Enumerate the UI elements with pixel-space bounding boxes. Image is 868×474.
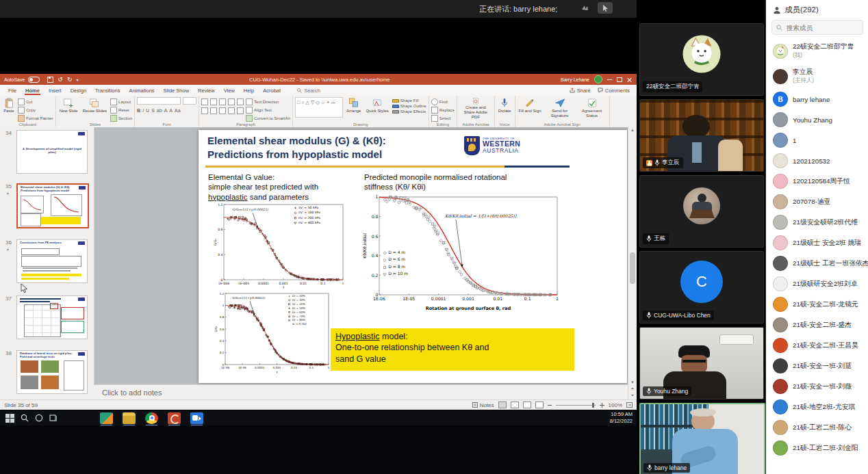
start-button[interactable] — [5, 414, 14, 423]
zoom-out-button[interactable] — [548, 405, 552, 406]
tab-transitions[interactable]: Transitions — [91, 86, 124, 94]
editing-scrollbar[interactable]: ▲ ▼ ⏶ ⏷ — [628, 127, 637, 399]
taskbar-clock[interactable]: 10:59 AM 8/12/2022 — [610, 411, 637, 425]
justify-icon[interactable] — [228, 107, 235, 114]
member-row-8[interactable]: 207078-迪亚 — [766, 192, 868, 212]
undo-icon[interactable]: ↺ — [58, 77, 63, 82]
replace-button[interactable]: Replace — [431, 107, 455, 114]
reuse-slides-button[interactable]: Reuse Slides — [81, 97, 108, 120]
agreement-status-button[interactable]: Agreement Status — [577, 97, 607, 120]
align-left-icon[interactable] — [201, 107, 208, 114]
select-button[interactable]: Select — [431, 115, 455, 122]
member-row-9[interactable]: 21级安全硕研2班代维 — [766, 212, 868, 233]
member-row-13[interactable]: 21硕-安全二班-龙镜元 — [766, 294, 868, 315]
shape-glyph-5[interactable]: ☆ — [321, 98, 325, 116]
redo-icon[interactable]: ↻ — [67, 77, 73, 82]
member-row-1[interactable]: 22硕安全二班邵宁胄(我) — [766, 38, 868, 64]
arrange-button[interactable]: Arrange — [345, 97, 362, 120]
numbering-icon[interactable] — [210, 98, 217, 105]
video-tile-5[interactable]: Youhu Zhang — [639, 327, 764, 399]
font-glyph-button-5[interactable]: A — [164, 108, 168, 113]
font-glyph-button-2[interactable]: U — [146, 108, 149, 113]
taskbar-search-icon[interactable] — [21, 414, 29, 422]
save-icon[interactable] — [47, 77, 53, 83]
reset-button[interactable]: Reset — [110, 107, 132, 114]
create-pdf-button[interactable]: Create and Share Adobe PDF — [459, 97, 492, 120]
indent-decrease-icon[interactable] — [219, 98, 226, 105]
notes-pane[interactable]: Click to add notes — [94, 384, 628, 400]
powerpoint-icon[interactable] — [168, 412, 181, 424]
video-tile-4[interactable]: CCUG-UWA-Libo Chen — [639, 251, 764, 324]
copy-button[interactable]: Copy — [18, 107, 53, 114]
shape-glyph-2[interactable]: △ — [306, 98, 309, 116]
font-name-box[interactable] — [137, 97, 181, 105]
member-row-11[interactable]: 21级硕士 工岩一班张依杰 — [766, 253, 868, 274]
shape-gallery[interactable]: □○△▽◇☆+— — [295, 97, 343, 118]
quick-styles-button[interactable]: Quick Styles — [364, 97, 390, 120]
video-tile-2[interactable]: 李立辰 — [639, 99, 764, 172]
previous-slide-icon[interactable]: ⏶ — [628, 386, 637, 391]
account-avatar[interactable] — [594, 75, 602, 83]
restore-button[interactable] — [617, 77, 622, 82]
ppt-title-bar[interactable]: AutoSave ↺ ↻ ▾ CUG-Wuhan-Dec22 - Saved t… — [0, 74, 637, 85]
tab-slide-show[interactable]: Slide Show — [159, 86, 194, 94]
task-view-icon[interactable] — [49, 414, 58, 422]
comments-button[interactable]: Comments — [598, 88, 630, 94]
shape-glyph-4[interactable]: ◇ — [316, 98, 319, 116]
video-tile-6[interactable]: barry lehane — [639, 403, 765, 474]
slide-canvas[interactable]: Elemental shear modulus (G) & (Kθ): Pred… — [199, 130, 627, 383]
font-glyph-button-4[interactable]: ab — [157, 108, 162, 113]
meeting-app-icon[interactable] — [190, 412, 203, 424]
shape-glyph-0[interactable]: □ — [297, 98, 300, 116]
member-search-box[interactable] — [771, 20, 863, 35]
shape-outline-button[interactable]: Shape Outline — [392, 104, 426, 108]
font-size-box[interactable] — [183, 97, 196, 105]
slide-thumbnail-35[interactable]: Elemental shear modulus (G) & (Kθ):Predi… — [16, 183, 89, 228]
tab-design[interactable]: Design — [66, 86, 90, 94]
member-row-18[interactable]: 21硕-地空2班-尤安琪 — [766, 397, 868, 417]
normal-view-button[interactable] — [498, 401, 507, 408]
member-row-16[interactable]: 21硕-安全一班-刘慧 — [766, 356, 868, 376]
tab-acrobat[interactable]: Acrobat — [259, 86, 285, 94]
tab-help[interactable]: Help — [240, 86, 258, 94]
member-row-3[interactable]: Bbarry lehane — [766, 89, 868, 109]
font-glyph-button-3[interactable]: S — [151, 108, 155, 113]
autosave-toggle[interactable] — [28, 77, 40, 83]
cut-button[interactable]: Cut — [18, 98, 53, 105]
member-row-20[interactable]: 21硕-工岩二班-刘金阳 — [766, 438, 868, 458]
slide-thumbnail-38[interactable]: Database of lateral tests on rigid piles… — [16, 350, 88, 394]
cortana-icon[interactable] — [35, 414, 43, 422]
align-text-button[interactable]: Align Text — [246, 107, 290, 114]
file-explorer-icon[interactable] — [123, 412, 136, 424]
scroll-up-icon[interactable]: ▲ — [628, 128, 637, 132]
next-slide-icon[interactable]: ⏷ — [628, 393, 637, 398]
member-row-7[interactable]: 1202120584周子恒 — [766, 171, 868, 192]
member-search-input[interactable] — [785, 23, 856, 32]
member-row-5[interactable]: 1 — [766, 130, 868, 150]
shape-glyph-1[interactable]: ○ — [301, 98, 304, 116]
tab-animations[interactable]: Animations — [125, 86, 158, 94]
tab-insert[interactable]: Insert — [44, 86, 66, 94]
dictate-button[interactable]: Dictate — [497, 97, 513, 120]
member-row-19[interactable]: 21硕-工岩二班-陈心 — [766, 417, 868, 438]
reading-view-button[interactable] — [523, 401, 531, 408]
paste-button[interactable]: Paste — [2, 97, 16, 120]
shape-glyph-7[interactable]: — — [331, 98, 335, 116]
tab-home[interactable]: Home — [21, 86, 44, 94]
member-row-17[interactable]: 21硕-安全一班-刘薇 — [766, 376, 868, 397]
line-spacing-icon[interactable] — [237, 98, 244, 105]
account-name[interactable]: Barry Lehane — [561, 77, 589, 82]
member-row-10[interactable]: 21级硕士 安全2班 姚瑞 — [766, 233, 868, 253]
video-tile-3[interactable]: 王栋 — [639, 175, 764, 248]
text-direction-button[interactable]: Text Direction — [246, 98, 290, 105]
member-row-14[interactable]: 21硕-安全二班-盛杰 — [766, 315, 868, 335]
minimize-button[interactable] — [607, 79, 612, 80]
fill-sign-button[interactable]: Fill and Sign — [518, 97, 543, 120]
scrollbar-thumb[interactable] — [630, 252, 635, 284]
slide-thumbnail-37[interactable] — [16, 295, 88, 339]
reaction-hands-icon[interactable] — [578, 2, 593, 14]
scroll-down-icon[interactable]: ▼ — [628, 380, 637, 384]
member-row-4[interactable]: Youhu Zhang — [766, 109, 868, 130]
columns-icon[interactable] — [237, 107, 244, 114]
indent-increase-icon[interactable] — [228, 98, 235, 105]
